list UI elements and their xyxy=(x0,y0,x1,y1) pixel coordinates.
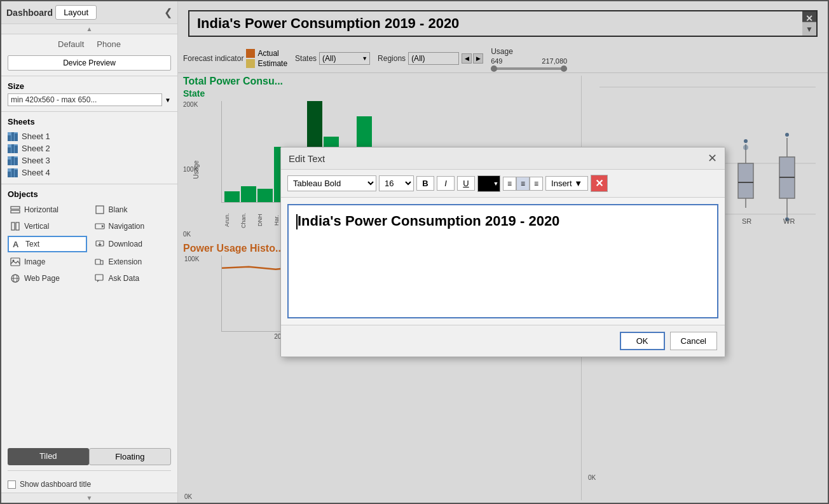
objects-title: Objects xyxy=(8,189,171,199)
size-arrow-icon[interactable]: ▼ xyxy=(165,97,171,104)
modal-close-button[interactable]: ✕ xyxy=(708,153,717,164)
floating-button[interactable]: Floating xyxy=(89,448,172,465)
sheet-item-1[interactable]: Sheet 1 xyxy=(8,130,171,142)
layout-tab[interactable]: Layout xyxy=(55,5,97,20)
clear-button[interactable]: ✕ xyxy=(591,175,608,192)
object-extension[interactable]: Extension xyxy=(92,255,172,269)
sheet-item-3[interactable]: Sheet 3 xyxy=(8,154,171,167)
image-icon xyxy=(10,256,21,268)
sheet1-name: Sheet 1 xyxy=(22,132,50,141)
object-image[interactable]: Image xyxy=(8,255,87,269)
underline-button[interactable]: U xyxy=(457,176,475,191)
insert-arrow-icon: ▼ xyxy=(574,179,582,188)
insert-label: Insert xyxy=(551,179,572,188)
svg-rect-3 xyxy=(11,222,15,230)
dashboard-tab[interactable]: Dashboard xyxy=(6,8,53,18)
svg-rect-4 xyxy=(16,222,19,230)
objects-grid: Horizontal Blank Vertical xyxy=(8,203,171,285)
object-blank[interactable]: Blank xyxy=(92,203,172,217)
modal-editable-text[interactable]: India's Power Consumption 2019 - 2020 xyxy=(296,213,709,229)
ok-button[interactable]: OK xyxy=(620,332,665,350)
align-buttons: ≡ ≡ ≡ xyxy=(503,177,543,191)
askdata-icon xyxy=(94,273,106,284)
webpage-label: Web Page xyxy=(24,274,60,283)
svg-rect-1 xyxy=(11,210,20,213)
text-icon: A xyxy=(11,238,22,250)
sheet1-icon xyxy=(8,132,18,141)
color-dropdown-arrow: ▼ xyxy=(493,180,499,187)
modal-overlay: Edit Text ✕ Tableau Bold 16 B I U ▼ xyxy=(178,1,828,503)
modal-title: Edit Text xyxy=(289,153,325,164)
modal-toolbar: Tableau Bold 16 B I U ▼ ≡ ≡ ≡ xyxy=(281,170,725,198)
sheet3-icon xyxy=(8,156,18,165)
svg-rect-2 xyxy=(96,206,104,214)
sheets-title: Sheets xyxy=(8,117,171,126)
size-section: Size min 420x560 - max 650... ▼ xyxy=(1,76,177,112)
blank-label: Blank xyxy=(109,205,128,214)
svg-rect-13 xyxy=(95,259,100,264)
show-title-label: Show dashboard title xyxy=(20,480,91,489)
extension-label: Extension xyxy=(109,257,142,266)
size-dropdown[interactable]: min 420x560 - max 650... ▼ xyxy=(8,93,171,106)
font-size-select[interactable]: 16 xyxy=(379,175,414,191)
text-label: Text xyxy=(25,240,39,249)
sheet-item-2[interactable]: Sheet 2 xyxy=(8,142,171,154)
sidebar: Dashboard Layout ❮ ▲ Default Phone Devic… xyxy=(1,1,178,503)
svg-text:A: A xyxy=(13,240,19,249)
align-right-button[interactable]: ≡ xyxy=(530,177,543,191)
svg-rect-17 xyxy=(95,275,103,280)
tiled-floating-toggle: Tiled Floating xyxy=(8,448,171,471)
app-window: Dashboard Layout ❮ ▲ Default Phone Devic… xyxy=(0,0,829,504)
object-horizontal[interactable]: Horizontal xyxy=(8,203,87,217)
sidebar-header: Dashboard Layout ❮ xyxy=(1,1,177,24)
device-preview-button[interactable]: Device Preview xyxy=(8,55,171,71)
italic-button[interactable]: I xyxy=(437,176,455,191)
object-download[interactable]: Download xyxy=(92,236,172,252)
collapse-icon[interactable]: ❮ xyxy=(164,6,172,18)
askdata-label: Ask Data xyxy=(109,274,140,283)
content-area: India's Power Consumption 2019 - 2020 ✕ … xyxy=(178,1,828,503)
svg-rect-0 xyxy=(11,207,20,209)
download-label: Download xyxy=(109,240,142,249)
vertical-icon xyxy=(10,221,21,232)
color-picker-button[interactable]: ▼ xyxy=(477,175,500,192)
sheets-section: Sheets Sheet 1 Sheet 2 xyxy=(1,112,177,184)
size-value: min 420x560 - max 650... xyxy=(8,93,162,106)
horizontal-icon xyxy=(10,204,21,215)
blank-icon xyxy=(94,204,106,215)
navigation-label: Navigation xyxy=(109,222,145,231)
sheet2-icon xyxy=(8,144,18,153)
tiled-button[interactable]: Tiled xyxy=(8,448,89,465)
show-title-row: Show dashboard title xyxy=(1,476,177,493)
sheet3-name: Sheet 3 xyxy=(22,156,50,165)
sheet2-name: Sheet 2 xyxy=(22,144,50,153)
font-family-select[interactable]: Tableau Bold xyxy=(287,175,376,191)
align-left-button[interactable]: ≡ xyxy=(503,177,516,191)
sheet-item-4[interactable]: Sheet 4 xyxy=(8,167,171,179)
size-title: Size xyxy=(8,81,171,91)
vertical-label: Vertical xyxy=(24,222,49,231)
insert-button[interactable]: Insert ▼ xyxy=(545,176,588,191)
color-swatch xyxy=(479,179,492,188)
svg-marker-6 xyxy=(102,225,104,228)
bold-button[interactable]: B xyxy=(416,176,434,191)
cancel-button[interactable]: Cancel xyxy=(670,332,717,350)
image-label: Image xyxy=(24,257,45,266)
object-webpage[interactable]: Web Page xyxy=(8,271,87,285)
object-vertical[interactable]: Vertical xyxy=(8,219,87,233)
modal-text-content[interactable]: India's Power Consumption 2019 - 2020 xyxy=(287,204,718,318)
webpage-icon xyxy=(10,273,21,284)
extension-icon xyxy=(94,256,106,268)
object-navigation[interactable]: Navigation xyxy=(92,219,172,233)
show-title-checkbox[interactable] xyxy=(8,480,16,489)
sheet4-icon xyxy=(8,168,18,177)
device-section: Default Phone Device Preview xyxy=(1,34,177,76)
download-icon xyxy=(94,238,106,250)
object-text[interactable]: A Text xyxy=(8,236,87,252)
sheet4-name: Sheet 4 xyxy=(22,168,50,177)
horizontal-label: Horizontal xyxy=(24,205,58,214)
align-center-button[interactable]: ≡ xyxy=(516,177,530,191)
modal-header: Edit Text ✕ xyxy=(281,147,725,170)
modal-content-text: India's Power Consumption 2019 - 2020 xyxy=(298,213,559,229)
object-askdata[interactable]: Ask Data xyxy=(92,271,172,285)
